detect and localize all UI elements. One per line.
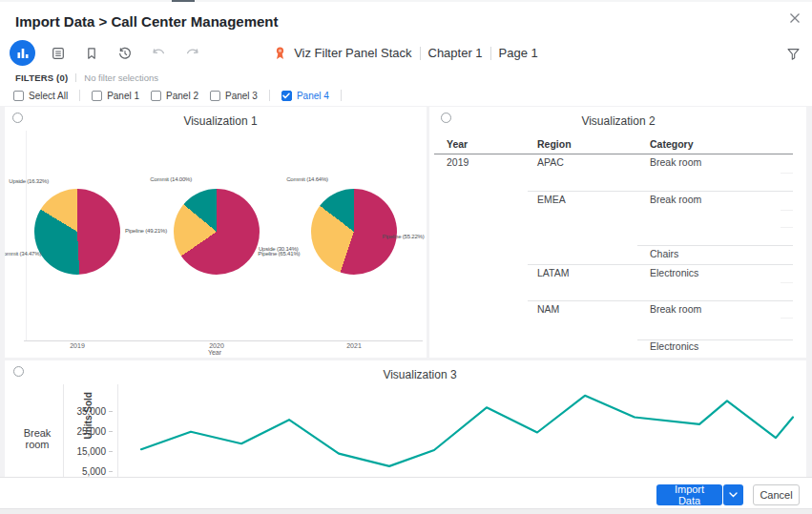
table-separator-line — [781, 210, 793, 211]
panel-select-radio[interactable] — [441, 113, 451, 123]
table-separator-line — [781, 227, 793, 228]
table-separator-line — [781, 173, 793, 174]
table-cell: LATAM — [537, 267, 569, 278]
table-separator-line — [637, 339, 793, 340]
viz1-title: Visualization 1 — [183, 114, 257, 128]
year-tick: 2020 — [209, 342, 224, 349]
table-cell: APAC — [537, 156, 564, 168]
year-tick: 2019 — [70, 342, 85, 349]
panel-checkbox-label: Select All — [29, 91, 68, 101]
content-area: Visualization 1 Year Pipeline (49.21%)Co… — [0, 106, 812, 477]
filter-funnel-icon — [786, 47, 801, 61]
viz1-card: Visualization 1 Year Pipeline (49.21%)Co… — [5, 107, 427, 358]
toolbar: Viz Filter Panel Stack Chapter 1 Page 1 — [0, 36, 812, 71]
chevron-down-icon — [729, 492, 738, 498]
bookmark-button[interactable] — [81, 43, 102, 64]
panel-checkbox-label: Panel 2 — [166, 91, 198, 101]
pie-chart-2019[interactable] — [34, 189, 120, 275]
visualizations-button[interactable] — [10, 40, 35, 66]
panel-checkbox-bar: Select AllPanel 1Panel 2Panel 3Panel 4 — [0, 85, 812, 106]
import-data-button[interactable]: Import Data — [656, 484, 722, 505]
page-label: Page 1 — [499, 46, 538, 60]
year-tick: 2021 — [346, 342, 362, 349]
pie-slice-label: Commit (14.64%) — [286, 176, 328, 182]
page-background-strip — [0, 508, 812, 514]
viz3-card: Visualization 3 Break room Units Sold 35… — [5, 360, 806, 477]
pie-chart-2021[interactable] — [311, 189, 397, 275]
table-cell: 2019 — [447, 156, 468, 168]
filters-separator — [75, 73, 76, 82]
units-sold-line-chart — [5, 360, 806, 477]
history-button[interactable] — [115, 43, 135, 64]
table-separator-line — [528, 300, 793, 301]
redo-button[interactable] — [181, 43, 202, 64]
chapter-label: Chapter 1 — [428, 46, 483, 60]
panel-checkbox-label: Panel 4 — [297, 91, 329, 101]
panel-checkbox-label: Panel 3 — [225, 91, 258, 101]
panel-checkbox-item-select-all[interactable]: Select All — [13, 91, 68, 101]
history-icon — [117, 46, 133, 61]
dialog-header: Import Data > Call Center Management — [0, 2, 812, 36]
checkbox-checked-icon[interactable] — [281, 91, 292, 101]
pie-slice-label: Pipeline (49.21%) — [125, 228, 167, 234]
bar-chart-icon — [16, 47, 30, 60]
panel-checkbox-item-panel-4[interactable]: Panel 4 — [281, 91, 329, 101]
table-cell: Electronics — [650, 340, 698, 352]
checkbox-icon[interactable] — [92, 91, 102, 101]
table-separator-line — [434, 154, 793, 154]
pie-slice-label: Upside (30.14%) — [259, 246, 299, 252]
viz1-y-axis-line — [26, 131, 27, 340]
filters-bar: FILTERS (0) No filter selections — [0, 70, 812, 86]
panel-bar-divider — [341, 90, 342, 101]
pie-chart-2020[interactable] — [174, 189, 260, 275]
table-separator-line — [528, 191, 793, 192]
viz2-card: Visualization 2 YearRegionCategory2019AP… — [429, 107, 806, 358]
details-list-icon — [51, 46, 66, 61]
cancel-button[interactable]: Cancel — [753, 484, 800, 505]
details-list-button[interactable] — [48, 43, 69, 64]
viz1-x-axis-label: Year — [208, 349, 221, 356]
pie-slice-label: Commit (14.00%) — [150, 176, 192, 182]
table-separator-line — [637, 245, 793, 246]
table-header-year: Year — [447, 138, 468, 150]
table-cell: EMEA — [537, 194, 566, 205]
pie-slice-label: Commit (34.47%) — [5, 251, 41, 257]
panel-checkbox-label: Panel 1 — [107, 91, 139, 101]
undo-icon — [151, 47, 167, 60]
panel-checkbox-item-panel-2[interactable]: Panel 2 — [151, 91, 198, 101]
panel-checkbox-item-panel-3[interactable]: Panel 3 — [210, 91, 258, 101]
checkbox-icon[interactable] — [13, 91, 24, 101]
checkbox-icon[interactable] — [151, 91, 161, 101]
panel-bar-divider — [269, 90, 270, 101]
close-button[interactable] — [784, 8, 805, 29]
viz2-title: Visualization 2 — [581, 114, 655, 128]
undo-button[interactable] — [148, 43, 169, 64]
filters-count-label: FILTERS (0) — [15, 72, 68, 83]
title-separator — [490, 47, 491, 60]
table-separator-line — [781, 318, 793, 319]
import-options-button[interactable] — [723, 484, 743, 505]
table-header-region: Region — [537, 138, 572, 150]
close-icon — [789, 12, 801, 24]
pie-slice-label: Upside (16.32%) — [9, 178, 49, 184]
table-cell: NAM — [537, 303, 559, 315]
page-stack-title: Viz Filter Panel Stack — [294, 46, 411, 60]
viz1-x-axis-line — [24, 340, 423, 341]
table-cell: Chairs — [650, 248, 678, 259]
table-separator-line — [781, 282, 793, 283]
checkbox-icon[interactable] — [210, 91, 220, 101]
title-separator — [420, 47, 421, 60]
panel-bar-divider — [79, 90, 80, 101]
table-cell: Electronics — [650, 267, 698, 278]
pie-slice-label: Pipeline (55.22%) — [383, 234, 425, 239]
table-separator-line — [528, 264, 793, 265]
redo-icon — [184, 47, 200, 60]
panel-checkbox-item-panel-1[interactable]: Panel 1 — [92, 91, 139, 101]
filter-funnel-button[interactable] — [782, 43, 803, 64]
panel-select-radio[interactable] — [12, 113, 23, 123]
ribbon-icon — [274, 46, 286, 61]
table-cell: Break room — [650, 194, 701, 205]
table-cell: Break room — [650, 156, 701, 168]
filters-hint: No filter selections — [84, 72, 158, 83]
table-header-category: Category — [650, 138, 694, 150]
